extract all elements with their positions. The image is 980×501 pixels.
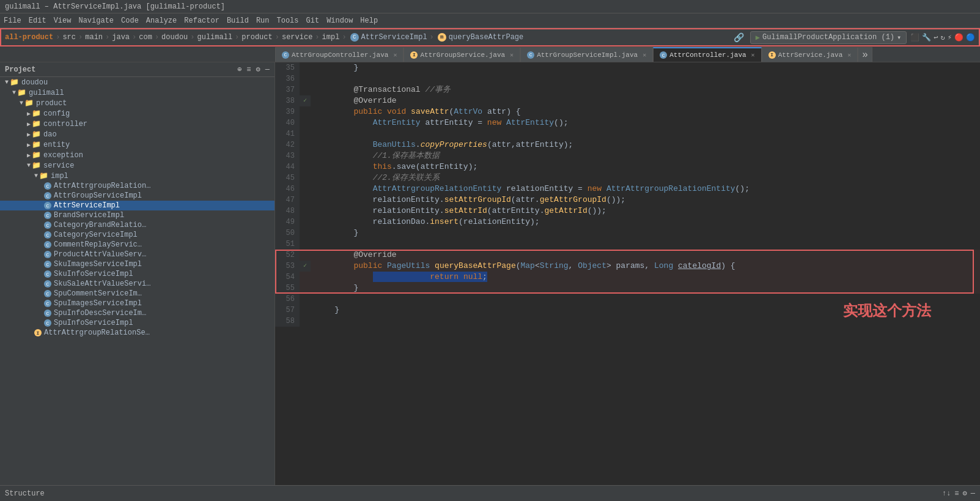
- line-content[interactable]: }: [311, 62, 980, 73]
- line-content[interactable]: this.save(attrEntity);: [311, 161, 980, 173]
- toolbar-icon-5[interactable]: ⚡: [948, 33, 952, 42]
- line-content[interactable]: @Transactional //事务: [311, 84, 980, 95]
- nav-back-icon[interactable]: 🔗: [734, 32, 744, 43]
- breadcrumb-com[interactable]: com: [139, 33, 152, 42]
- tree-item-controller[interactable]: ▶ 📁 controller: [0, 119, 274, 129]
- tree-item-spuinfo[interactable]: C SpuInfoServiceImpl: [0, 318, 274, 328]
- tree-item-skuimages[interactable]: C SkuImagesServiceImpl: [0, 259, 274, 269]
- tab-attrgroup-serviceimpl[interactable]: C AttrGroupServiceImpl.java ✕: [520, 47, 653, 62]
- line-content[interactable]: relationEntity.setAttrId(attrEntity.getA…: [311, 206, 980, 217]
- tree-item-spuimages[interactable]: C SpuImagesServiceImpl: [0, 299, 274, 308]
- toolbar-icon-3[interactable]: ↩: [934, 33, 938, 42]
- tree-item-skuinfo[interactable]: C SkuInfoServiceImpl: [0, 269, 274, 279]
- tree-item-spuinfodesc[interactable]: C SpuInfoDescServiceIm…: [0, 308, 274, 318]
- line-content[interactable]: @Override: [311, 250, 980, 261]
- menu-help[interactable]: Help: [360, 17, 378, 25]
- line-content[interactable]: }: [311, 283, 980, 294]
- tree-item-brandserviceimpl[interactable]: C BrandServiceImpl: [0, 210, 274, 220]
- menu-run[interactable]: Run: [256, 17, 270, 25]
- breadcrumb-product[interactable]: product: [241, 33, 272, 42]
- sidebar-icon-3[interactable]: ⚙: [256, 65, 260, 74]
- breadcrumb-service[interactable]: service: [282, 33, 312, 42]
- tree-item-dao[interactable]: ▶ 📁 dao: [0, 129, 274, 139]
- line-content[interactable]: //2.保存关联关系: [311, 173, 980, 184]
- code-container[interactable]: 35 } 36 37 @Transactional //事务 38: [275, 62, 980, 485]
- toolbar-icon-4[interactable]: ↻: [941, 33, 945, 42]
- tree-item-productattrvalue[interactable]: C ProductAttrValueServ…: [0, 250, 274, 259]
- breadcrumb-project[interactable]: all-product: [5, 33, 53, 42]
- tab-close-icon[interactable]: ✕: [393, 51, 397, 59]
- menu-navigate[interactable]: Navigate: [78, 17, 114, 25]
- tab-close-icon[interactable]: ✕: [847, 51, 851, 59]
- breadcrumb-java[interactable]: java: [112, 33, 130, 42]
- breadcrumb-src[interactable]: src: [62, 33, 76, 42]
- tree-item-categoryserviceimpl[interactable]: C CategoryServiceImpl: [0, 230, 274, 240]
- breadcrumb-class[interactable]: AttrServiceImpl: [361, 33, 427, 42]
- sidebar-icon-1[interactable]: ⊕: [237, 65, 241, 74]
- tree-item-gulimall[interactable]: ▼ 📁 gulimall: [0, 87, 274, 98]
- breadcrumb-main[interactable]: main: [85, 33, 103, 42]
- menu-analyze[interactable]: Analyze: [146, 17, 177, 25]
- run-config[interactable]: ▶ GulimallProductApplication (1) ▾: [750, 31, 907, 44]
- tree-item-attrserviceimpl[interactable]: C AttrServiceImpl: [0, 201, 274, 210]
- line-content[interactable]: AttrAttrgroupRelationEntity relationEnti…: [311, 184, 980, 195]
- line-content[interactable]: public void saveAttr(AttrVo attr) {: [311, 106, 980, 117]
- line-content[interactable]: AttrEntity attrEntity = new AttrEntity()…: [311, 117, 980, 128]
- tab-more[interactable]: »: [858, 47, 872, 62]
- tab-attr-service[interactable]: I AttrService.java ✕: [762, 47, 858, 62]
- tree-item-impl[interactable]: ▼ 📁 impl: [0, 171, 274, 181]
- toolbar-icon-2[interactable]: 🔧: [922, 33, 931, 42]
- tab-attrgroup-service[interactable]: I AttrGroupService.java ✕: [403, 47, 520, 62]
- sort-icon-2[interactable]: ≡: [954, 489, 959, 498]
- tree-item-attrgroupserviceimpl[interactable]: C AttrGroupServiceImpl: [0, 191, 274, 201]
- menu-tools[interactable]: Tools: [277, 17, 299, 25]
- sidebar-icon-2[interactable]: ≡: [246, 65, 251, 74]
- menu-code[interactable]: Code: [121, 17, 139, 25]
- line-content[interactable]: }: [311, 305, 980, 316]
- line-content[interactable]: relationEntity.setAttrGroupId(attr.getAt…: [311, 195, 980, 206]
- menu-refactor[interactable]: Refactor: [184, 17, 219, 25]
- minus-icon[interactable]: —: [971, 489, 975, 498]
- toolbar-icon-6[interactable]: 🔴: [954, 33, 963, 42]
- tab-close-icon[interactable]: ✕: [510, 51, 514, 59]
- toolbar-icon-7[interactable]: 🔵: [966, 33, 975, 42]
- tree-item-attrattrgrouprelation[interactable]: C AttrAttrgroupRelation…: [0, 181, 274, 191]
- tree-item-spucomment[interactable]: C SpuCommentServiceIm…: [0, 289, 274, 299]
- toolbar-icon-1[interactable]: ⬛: [910, 33, 919, 42]
- breadcrumb-impl[interactable]: impl: [322, 33, 340, 42]
- tree-item-config[interactable]: ▶ 📁 config: [0, 108, 274, 119]
- line-content[interactable]: BeanUtils.copyProperties(attr,attrEntity…: [311, 139, 980, 150]
- line-content[interactable]: return null;: [311, 272, 980, 283]
- line-content[interactable]: }: [311, 228, 980, 239]
- menu-view[interactable]: View: [54, 17, 72, 25]
- tree-item-commentreplay[interactable]: C CommentReplayServic…: [0, 240, 274, 250]
- tree-item-categorybrandrelation[interactable]: C CategoryBrandRelatio…: [0, 220, 274, 230]
- tree-item-entity[interactable]: ▶ 📁 entity: [0, 139, 274, 150]
- tab-attr-controller[interactable]: C AttrController.java ✕: [653, 47, 761, 62]
- line-content[interactable]: //1.保存基本数据: [311, 150, 980, 161]
- tab-close-icon[interactable]: ✕: [643, 51, 646, 59]
- line-content[interactable]: relationDao.insert(relationEntity);: [311, 217, 980, 228]
- tree-item-exception[interactable]: ▶ 📁 exception: [0, 150, 274, 160]
- gear-icon[interactable]: ⚙: [963, 489, 967, 498]
- line-content[interactable]: public PageUtils queryBaseAttrPage(Map<S…: [311, 261, 980, 272]
- line-content[interactable]: @Override: [311, 95, 980, 106]
- tree-item-product[interactable]: ▼ 📁 product: [0, 98, 274, 108]
- tree-item-skusaleattrvalue[interactable]: C SkuSaleAttrValueServi…: [0, 279, 274, 289]
- menu-file[interactable]: File: [4, 17, 21, 25]
- tab-close-icon[interactable]: ✕: [751, 51, 755, 59]
- class-icon-blue: C: [44, 241, 51, 248]
- tree-item-service[interactable]: ▼ 📁 service: [0, 160, 274, 171]
- sort-icon-1[interactable]: ↑↓: [942, 489, 951, 498]
- tab-attrgroup-controller[interactable]: C AttrGroupController.java ✕: [275, 47, 403, 62]
- menu-build[interactable]: Build: [227, 17, 249, 25]
- menu-edit[interactable]: Edit: [29, 17, 46, 25]
- sidebar-icon-4[interactable]: —: [265, 65, 270, 74]
- menu-git[interactable]: Git: [306, 17, 320, 25]
- breadcrumb-gulimall[interactable]: gulimall: [197, 33, 233, 42]
- tree-item-attrattrgrouprelation2[interactable]: I AttrAttrgroupRelationSe…: [0, 328, 274, 338]
- breadcrumb-method[interactable]: queryBaseAttrPage: [449, 33, 523, 42]
- breadcrumb-doudou[interactable]: doudou: [161, 33, 188, 42]
- tree-item-doudou[interactable]: ▼ 📁 doudou: [0, 77, 274, 87]
- menu-window[interactable]: Window: [326, 17, 353, 25]
